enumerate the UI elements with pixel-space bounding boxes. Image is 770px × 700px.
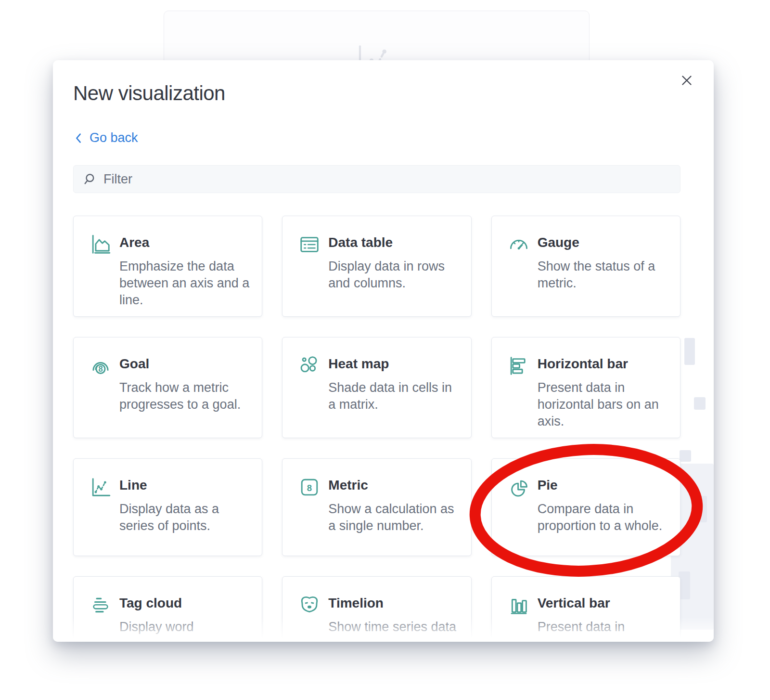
viz-card-description: Present data in vertical bars on an axis…: [538, 619, 667, 642]
viz-card-metric[interactable]: 8 Metric Show a calculation as a single …: [282, 458, 471, 556]
background-watermark-shape: [684, 338, 695, 365]
viz-card-gauge[interactable]: Gauge Show the status of a metric.: [491, 216, 680, 317]
viz-card-description: Display data as a series of points.: [119, 501, 249, 534]
goal-icon: 8: [90, 355, 112, 438]
area-chart-icon: [90, 233, 112, 316]
background-watermark-shape: [695, 496, 707, 522]
page-title: New visualization: [73, 81, 225, 105]
viz-card-description: Compare data in proportion to a whole.: [538, 501, 667, 534]
filter-input[interactable]: [103, 172, 670, 187]
visualization-grid: Area Emphasize the data between an axis …: [73, 216, 680, 642]
viz-card-title: Goal: [119, 356, 249, 372]
viz-card-title: Vertical bar: [538, 596, 667, 611]
page: New visualization Go back: [0, 0, 770, 700]
viz-card-title: Metric: [328, 478, 458, 493]
viz-card-title: Gauge: [538, 235, 667, 250]
search-icon: [83, 173, 96, 185]
heat-map-icon: [298, 355, 321, 438]
viz-card-timelion[interactable]: Timelion Show time series data on a grap…: [282, 576, 471, 642]
go-back-label: Go back: [90, 130, 138, 145]
viz-card-tag-cloud[interactable]: Tag cloud Display word frequency with fo…: [73, 576, 262, 642]
new-visualization-modal: New visualization Go back: [53, 60, 714, 642]
timelion-icon: [298, 594, 321, 642]
viz-card-title: Pie: [538, 478, 667, 493]
tag-cloud-icon: [90, 594, 112, 642]
viz-card-description: Display word frequency with font size.: [119, 619, 249, 642]
viz-card-description: Show time series data on a graph.: [328, 619, 458, 642]
viz-card-description: Show the status of a metric.: [538, 258, 667, 292]
viz-card-horizontal-bar[interactable]: Horizontal bar Present data in horizonta…: [491, 337, 680, 438]
line-chart-icon: [90, 476, 112, 556]
close-icon: [679, 73, 694, 88]
metric-icon: 8: [298, 476, 321, 556]
viz-card-heat-map[interactable]: Heat map Shade data in cells in a matrix…: [282, 337, 471, 438]
viz-card-vertical-bar[interactable]: Vertical bar Present data in vertical ba…: [491, 576, 680, 642]
viz-card-title: Data table: [328, 235, 458, 250]
close-button[interactable]: [677, 71, 696, 90]
viz-card-title: Heat map: [328, 356, 458, 372]
viz-card-description: Display data in rows and columns.: [328, 258, 458, 292]
viz-card-description: Show a calculation as a single number.: [328, 501, 458, 534]
filter-field-wrap: [73, 165, 680, 193]
background-watermark-shape: [694, 397, 706, 410]
viz-card-title: Timelion: [328, 596, 458, 611]
vertical-bar-icon: [508, 594, 530, 642]
viz-card-description: Present data in horizontal bars on an ax…: [538, 379, 667, 430]
viz-card-line[interactable]: Line Display data as a series of points.: [73, 458, 262, 556]
viz-card-pie[interactable]: Pie Compare data in proportion to a whol…: [491, 458, 680, 556]
go-back-link[interactable]: Go back: [74, 130, 138, 145]
viz-card-title: Line: [119, 478, 249, 493]
background-watermark-shape: [680, 450, 691, 462]
gauge-icon: [508, 233, 530, 316]
viz-card-data-table[interactable]: Data table Display data in rows and colu…: [282, 216, 471, 317]
viz-card-title: Horizontal bar: [538, 356, 667, 372]
pie-chart-icon: [508, 476, 530, 556]
viz-card-area[interactable]: Area Emphasize the data between an axis …: [73, 216, 262, 317]
svg-text:8: 8: [307, 483, 312, 493]
data-table-icon: [298, 233, 321, 316]
svg-text:8: 8: [98, 364, 103, 374]
viz-card-description: Shade data in cells in a matrix.: [328, 379, 458, 413]
viz-card-description: Track how a metric progresses to a goal.: [119, 379, 249, 413]
viz-card-title: Area: [119, 235, 249, 250]
horizontal-bar-icon: [508, 355, 530, 438]
viz-card-description: Emphasize the data between an axis and a…: [119, 258, 249, 309]
viz-card-goal[interactable]: 8 Goal Track how a metric progresses to …: [73, 337, 262, 438]
chevron-left-icon: [74, 132, 83, 144]
viz-card-title: Tag cloud: [119, 596, 249, 611]
